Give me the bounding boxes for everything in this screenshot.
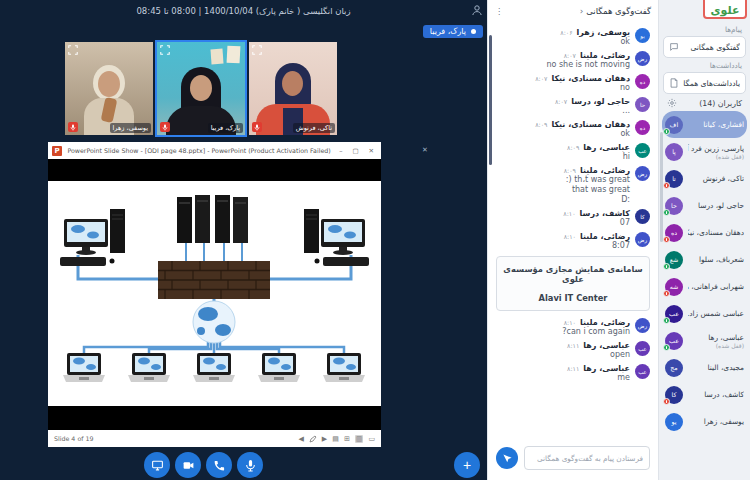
chat-scrollbar[interactable] (489, 35, 492, 165)
avatar: عب (635, 341, 650, 356)
participant-row[interactable]: عب عباسی شمس زاد... (662, 300, 747, 327)
network-diagram (48, 181, 381, 406)
minimize-button[interactable]: – (336, 147, 345, 155)
fullscreen-icon[interactable] (252, 45, 262, 55)
pen-tool-icon[interactable] (309, 435, 317, 443)
message-text: can i com again? (496, 327, 630, 337)
participant-status: (قفل شده) (688, 342, 744, 349)
maximize-button[interactable]: ▢ (349, 147, 361, 155)
send-message-button[interactable] (496, 447, 518, 469)
grid-view-icon[interactable]: ⊞ (344, 435, 350, 443)
video-tile[interactable]: تاکی، فرنوش (249, 42, 337, 135)
avatar: ده (635, 74, 650, 89)
mic-status-badge (663, 263, 670, 270)
participant-row[interactable]: ده دهقان مسنادی، نیکا (662, 219, 747, 246)
participant-row[interactable]: شع شعرباف، سلوا (662, 246, 747, 273)
server-rack (177, 195, 248, 243)
avatar: حا (665, 197, 683, 215)
avatar: یو (635, 28, 650, 43)
avatar: مج (665, 359, 683, 377)
participant-name: کاشف، درسا (688, 390, 744, 399)
message-text: ok (496, 129, 630, 139)
notes-view-icon[interactable]: ▤ (332, 435, 339, 443)
chat-message: رض رضائی، ملینا ۸:۱۰ 8:07 (496, 232, 650, 251)
notes-section-label: یادداشت‌ها (659, 58, 750, 72)
gear-icon[interactable] (667, 98, 677, 108)
mic-status-badge (663, 398, 670, 405)
close-button[interactable]: ✕ (366, 147, 377, 155)
participant-row[interactable]: کا کاشف، درسا (662, 381, 747, 408)
participant-row[interactable]: پا پارسی، زرین فرد آذر... (قفل شده) (662, 138, 747, 165)
phone-icon (213, 459, 226, 472)
participant-name: مجیدی، الینا (688, 363, 744, 372)
sidebar-item-public-notes[interactable]: یادداشت‌های همگانی (663, 72, 746, 94)
powerpoint-status-bar: Slide 4 of 19 ◀ ▶ ▤ ⊞ ▥ ▭ (48, 430, 381, 447)
participant-row[interactable]: عب عباسی، رها (قفل شده) (662, 327, 747, 354)
webcam-strip: یوسفی، زهرا پارک، فریبا تاکی، فرنوش (65, 42, 337, 135)
message-time: ۸:۰۷ (564, 52, 576, 59)
participant-row[interactable]: حا حاجی لو، درسا (662, 192, 747, 219)
reading-view-icon[interactable]: ▭ (368, 435, 375, 443)
normal-view-icon[interactable]: ▥ (355, 435, 364, 443)
alavi-logo: علوی (703, 0, 747, 19)
chat-menu-icon[interactable]: ⋮ (495, 7, 503, 16)
video-tile-active-speaker[interactable]: پارک، فریبا (157, 42, 245, 135)
camera-button[interactable] (175, 452, 201, 478)
participant-row[interactable]: شه شهرابی فراهانی، هـ... (662, 273, 747, 300)
chat-message: عب عباسی، رها ۸:۰۹ hi (496, 143, 650, 162)
message-author: عباسی، رها (583, 143, 630, 152)
chat-message: رض رضائی، ملینا ۸:۰۷ no she is not movin… (496, 51, 650, 70)
firewall-brick-wall (158, 261, 270, 299)
chat-message-input[interactable] (524, 446, 650, 470)
avatar: شه (665, 278, 683, 296)
fullscreen-icon[interactable] (68, 45, 78, 55)
previous-slide-icon[interactable]: ◀ (298, 435, 303, 443)
participant-name: عباسی شمس زاد... (688, 309, 744, 318)
participant-figure (227, 46, 241, 64)
participant-row[interactable]: یو یوسفی، زهرا (662, 408, 747, 435)
navigation-sidebar: علوی پیام‌ها گفتگوی همگانی یادداشت‌ها یا… (658, 0, 750, 480)
avatar: عب (665, 305, 683, 323)
message-author: رضائی، ملینا (580, 318, 630, 327)
slide-area (48, 181, 381, 406)
message-time: ۸:۱۰ (563, 210, 575, 217)
watermark-line-en: Alavi IT Center (501, 293, 645, 303)
note-page-icon (669, 78, 679, 88)
avatar: یو (665, 413, 683, 431)
shared-powerpoint-window[interactable]: P PowerPoint Slide Show - [ODI page 48.p… (48, 142, 381, 447)
screen-share-button[interactable] (144, 452, 170, 478)
active-speaker-name: پارک، فریبا (430, 27, 466, 36)
avatar: رض (635, 166, 650, 181)
next-slide-icon[interactable]: ▶ (322, 435, 327, 443)
microphone-icon (244, 459, 257, 472)
message-text: hi (496, 152, 630, 162)
participant-row[interactable]: اف افشاری، کیانا (662, 111, 747, 138)
chat-input-bar (488, 444, 658, 480)
chat-message: حا حاجی لو، درسا ۸:۰۷ ... (496, 97, 650, 116)
powerpoint-window-title: PowerPoint Slide Show - [ODI page 48.ppt… (66, 147, 332, 154)
profile-icon[interactable] (471, 4, 483, 16)
message-text: 8:07 (496, 241, 630, 251)
fullscreen-icon[interactable] (160, 45, 170, 55)
avatar: عب (635, 364, 650, 379)
participant-row[interactable]: تا تاکی، فرنوش (662, 165, 747, 192)
message-text: ... (496, 106, 630, 116)
laptop-row (63, 353, 365, 382)
back-chevron-icon[interactable]: ‹ (580, 6, 584, 16)
message-time: ۸:۱۱ (567, 342, 579, 349)
conference-app: زبان انگلیسی ( خانم پارک) 1400/10/04 | 0… (0, 0, 750, 480)
phone-button[interactable] (206, 452, 232, 478)
message-text: 07 (496, 218, 630, 228)
message-author: عباسی، رها (583, 364, 630, 373)
add-button[interactable]: + (454, 452, 480, 478)
microphone-button[interactable] (237, 452, 263, 478)
overlay-close-icon[interactable]: ✕ (422, 146, 428, 154)
message-author: رضائی، ملینا (580, 232, 630, 241)
video-tile[interactable]: یوسفی، زهرا (65, 42, 153, 135)
message-time: ۸:۰۷ (555, 98, 567, 105)
participant-row[interactable]: مج مجیدی، الینا (662, 354, 747, 381)
message-time: ۸:۰۹ (567, 144, 579, 151)
participant-name: پارسی، زرین فرد آذر... (688, 144, 744, 153)
sidebar-item-public-chat[interactable]: گفتگوی همگانی (663, 36, 746, 58)
message-time: ۸:۰۶ (560, 29, 572, 36)
